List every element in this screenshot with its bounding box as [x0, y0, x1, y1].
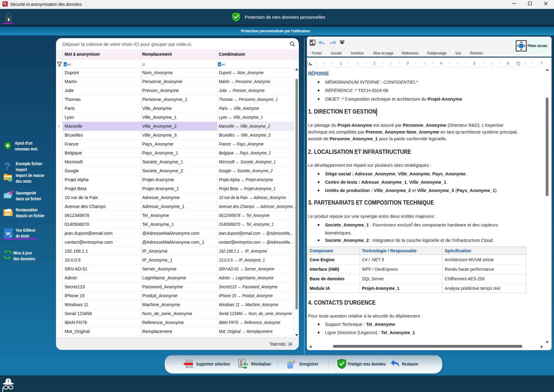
svg-text:?: ? [7, 379, 10, 384]
svg-text:w: w [6, 230, 10, 236]
